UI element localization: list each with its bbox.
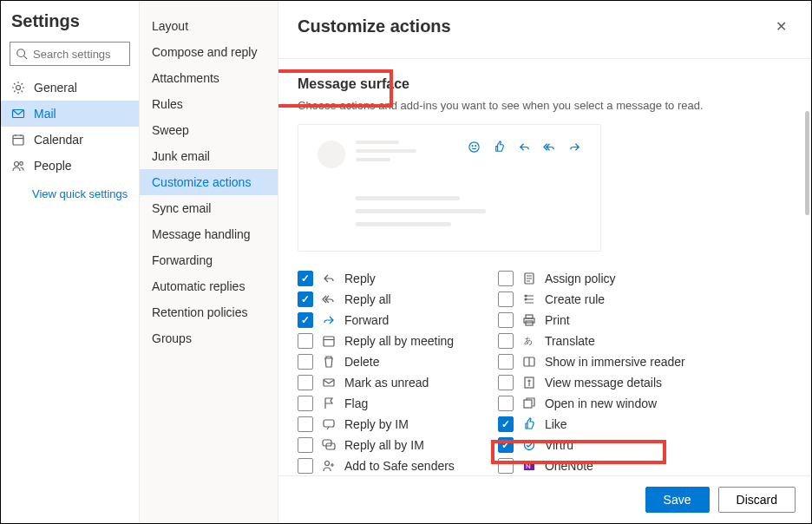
action-label: Open in new window (545, 396, 657, 410)
checkbox-forward[interactable] (298, 312, 313, 328)
actions-left-column: ReplyReply allForwardReply all by meetin… (298, 271, 455, 475)
mid-item-forwarding[interactable]: Forwarding (140, 247, 278, 273)
checkbox-onenote[interactable] (498, 458, 514, 474)
checkbox-window[interactable] (498, 396, 514, 411)
search-input-field[interactable] (33, 48, 124, 61)
action-label: Translate (545, 334, 595, 348)
mid-item-layout[interactable]: Layout (140, 13, 278, 39)
action-item-calendar: Reply all by meeting (298, 333, 455, 349)
checkbox-translate[interactable] (498, 333, 514, 349)
calendar-icon (322, 334, 336, 348)
checkbox-print[interactable] (498, 312, 514, 328)
people-icon (11, 159, 25, 173)
checkbox-im-all[interactable] (298, 437, 313, 453)
checkbox-reply-all[interactable] (298, 291, 313, 307)
policy-icon (522, 272, 536, 285)
action-label: Show in immersive reader (545, 355, 685, 369)
person-add-icon (322, 459, 336, 473)
search-settings-input[interactable] (10, 42, 130, 66)
action-label: Reply all (344, 292, 391, 306)
checkbox-policy[interactable] (498, 271, 514, 286)
mid-item-compose[interactable]: Compose and reply (140, 39, 278, 65)
sidebar-item-calendar[interactable]: Calendar (1, 127, 139, 153)
action-label: Delete (344, 355, 379, 369)
checkbox-virtru[interactable] (498, 437, 514, 453)
sidebar-item-people[interactable]: People (1, 153, 139, 179)
mid-item-rules[interactable]: Rules (140, 91, 278, 117)
print-icon (522, 313, 536, 327)
checkbox-rule[interactable] (498, 291, 514, 307)
reader-icon (522, 355, 536, 369)
actions-grid: ReplyReply allForwardReply all by meetin… (298, 271, 792, 475)
im-all-icon (322, 438, 336, 452)
flag-icon (322, 396, 336, 410)
mail-settings-nav: Layout Compose and reply Attachments Rul… (140, 1, 278, 523)
svg-point-19 (325, 462, 330, 466)
section-title: Message surface (298, 59, 792, 99)
mid-item-sweep[interactable]: Sweep (140, 117, 278, 143)
preview-smile-icon (468, 141, 481, 154)
action-item-im-all: Reply all by IM (298, 437, 455, 453)
action-item-window: Open in new window (498, 396, 685, 411)
sidebar-item-general[interactable]: General (1, 75, 139, 101)
action-item-virtru: Virtru (498, 437, 685, 453)
checkbox-flag[interactable] (298, 396, 313, 411)
mid-item-attachments[interactable]: Attachments (140, 65, 278, 91)
sidebar-item-mail[interactable]: Mail (1, 101, 139, 127)
mid-item-retention[interactable]: Retention policies (140, 299, 278, 325)
delete-icon (322, 355, 336, 369)
svg-rect-36 (524, 400, 532, 408)
svg-point-9 (20, 162, 23, 166)
checkbox-details[interactable] (498, 375, 514, 390)
mail-icon (322, 376, 336, 390)
action-label: Reply all by meeting (344, 334, 454, 348)
checkbox-reader[interactable] (498, 354, 514, 370)
close-button[interactable]: ✕ (770, 16, 792, 36)
action-label: Virtru (545, 438, 573, 452)
virtru-icon (522, 438, 536, 452)
mid-item-handling[interactable]: Message handling (140, 221, 278, 247)
mid-item-junk[interactable]: Junk email (140, 143, 278, 169)
reply-all-icon (322, 292, 336, 306)
svg-rect-4 (13, 135, 23, 145)
svg-point-34 (528, 380, 530, 382)
message-preview (298, 124, 601, 252)
checkbox-im[interactable] (298, 416, 313, 432)
mid-item-groups[interactable]: Groups (140, 325, 278, 351)
checkbox-like[interactable] (498, 416, 514, 432)
svg-rect-15 (324, 379, 334, 386)
preview-action-icons (468, 141, 581, 154)
action-label: Forward (344, 313, 389, 327)
checkbox-person-add[interactable] (298, 458, 313, 474)
checkbox-calendar[interactable] (298, 333, 313, 349)
scrollbar[interactable] (805, 111, 809, 215)
action-label: Add to Safe senders (344, 459, 455, 473)
save-button[interactable]: Save (645, 487, 710, 513)
discard-button[interactable]: Discard (718, 487, 796, 513)
action-item-rule: Create rule (498, 291, 685, 307)
action-label: Reply by IM (344, 417, 409, 431)
action-item-im: Reply by IM (298, 416, 455, 432)
rule-icon (522, 292, 536, 306)
preview-like-icon (493, 141, 506, 154)
checkbox-mail[interactable] (298, 375, 313, 390)
svg-point-25 (525, 295, 527, 297)
like-icon (522, 417, 536, 431)
checkbox-reply[interactable] (298, 271, 313, 286)
section-hint: Choose actions and add-ins you want to s… (298, 99, 792, 112)
mid-item-customize-actions[interactable]: Customize actions (140, 169, 278, 195)
action-item-forward: Forward (298, 312, 455, 328)
search-icon (16, 48, 28, 60)
action-item-reply-all: Reply all (298, 291, 455, 307)
details-icon (522, 376, 536, 390)
action-item-like: Like (498, 416, 685, 432)
mid-item-sync[interactable]: Sync email (140, 195, 278, 221)
svg-line-1 (24, 56, 28, 60)
checkbox-delete[interactable] (298, 354, 313, 370)
view-quick-settings-link[interactable]: View quick settings (1, 179, 139, 200)
preview-body-skeleton (318, 168, 581, 226)
main-panel: Customize actions ✕ Message surface Choo… (278, 1, 811, 523)
action-item-details: View message details (498, 375, 685, 390)
mid-item-autoreplies[interactable]: Automatic replies (140, 273, 278, 299)
action-label: Mark as unread (344, 376, 429, 390)
